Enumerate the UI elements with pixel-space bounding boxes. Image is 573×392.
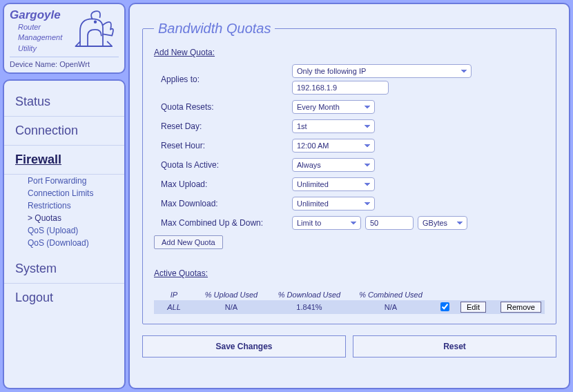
max-upload-label: Max Upload: [154,179,292,189]
subnav-restrictions[interactable]: Restrictions [28,199,124,212]
applies-to-select[interactable]: Only the following IP [292,64,472,78]
th-ip: IP [157,291,191,299]
app-subtitle-2: Management [10,32,62,43]
max-combined-label: Max Combined Up & Down: [154,218,292,228]
nav-item-system[interactable]: System [4,255,124,284]
table-row: ALL N/A 1.841% N/A Edit Remove [154,300,545,314]
quota-resets-label: Quota Resets: [154,102,292,112]
active-quotas-heading: Active Quotas: [154,268,208,278]
app-subtitle-1: Router [10,22,62,32]
remove-button[interactable]: Remove [501,302,541,313]
cell-download: 1.841% [271,303,347,311]
max-download-label: Max Download: [154,199,292,208]
subnav-quotas[interactable]: Quotas [28,212,124,224]
device-name-row: Device Name: OpenWrt [10,57,119,68]
reset-button[interactable]: Reset [353,335,556,357]
max-upload-select[interactable]: Unlimited [292,177,375,191]
quota-active-select[interactable]: Always [292,158,375,172]
max-combined-select[interactable]: Limit to [292,216,361,230]
subnav-connection-limits[interactable]: Connection Limits [28,187,124,199]
subnav-port-forwarding[interactable]: Port Forwarding [28,175,124,187]
edit-button[interactable]: Edit [460,302,486,313]
svg-point-0 [95,21,97,23]
fieldset-legend: Bandwidth Quotas [154,21,275,37]
reset-day-select[interactable]: 1st [292,119,375,133]
reset-hour-select[interactable]: 12:00 AM [292,139,375,153]
th-download: % Download Used [271,291,347,299]
applies-to-label: Applies to: [154,75,292,84]
applies-to-ip-input[interactable] [292,81,389,95]
bandwidth-quotas-fieldset: Bandwidth Quotas Add New Quota: Applies … [142,21,556,324]
nav-item-connection[interactable]: Connection [4,117,124,146]
gargoyle-logo-icon [72,8,119,54]
subnav-qos-download[interactable]: QoS (Download) [28,237,124,249]
header-panel: Gargoyle Router Management Utility [3,3,126,74]
quota-resets-select[interactable]: Every Month [292,100,375,114]
device-name-value: OpenWrt [59,60,90,68]
nav-item-status[interactable]: Status [4,88,124,117]
nav-item-logout[interactable]: Logout [4,284,124,312]
row-checkbox[interactable] [440,302,449,311]
subnav-qos-upload[interactable]: QoS (Upload) [28,224,124,237]
nav-panel: Status Connection Firewall Port Forwardi… [3,79,126,389]
max-combined-amount-input[interactable] [365,216,414,230]
main-panel: Bandwidth Quotas Add New Quota: Applies … [128,3,570,389]
add-new-quota-button[interactable]: Add New Quota [154,235,223,249]
firewall-submenu: Port Forwarding Connection Limits Restri… [4,175,124,255]
th-upload: % Upload Used [197,291,266,299]
cell-upload: N/A [197,303,266,311]
th-combined: % Combined Used [353,291,429,299]
app-subtitle-3: Utility [10,43,62,54]
app-title: Gargoyle [10,8,62,22]
cell-ip: ALL [157,303,191,311]
max-download-select[interactable]: Unlimited [292,197,375,210]
reset-day-label: Reset Day: [154,121,292,131]
active-quotas-table: IP % Upload Used % Download Used % Combi… [154,289,545,314]
reset-hour-label: Reset Hour: [154,141,292,150]
add-new-quota-heading: Add New Quota: [154,48,215,57]
cell-combined: N/A [353,303,429,311]
save-changes-button[interactable]: Save Changes [142,335,346,357]
device-name-label: Device Name: [10,60,57,68]
quota-active-label: Quota Is Active: [154,160,292,170]
max-combined-unit-select[interactable]: GBytes [418,216,467,230]
nav-item-firewall[interactable]: Firewall [4,146,124,175]
